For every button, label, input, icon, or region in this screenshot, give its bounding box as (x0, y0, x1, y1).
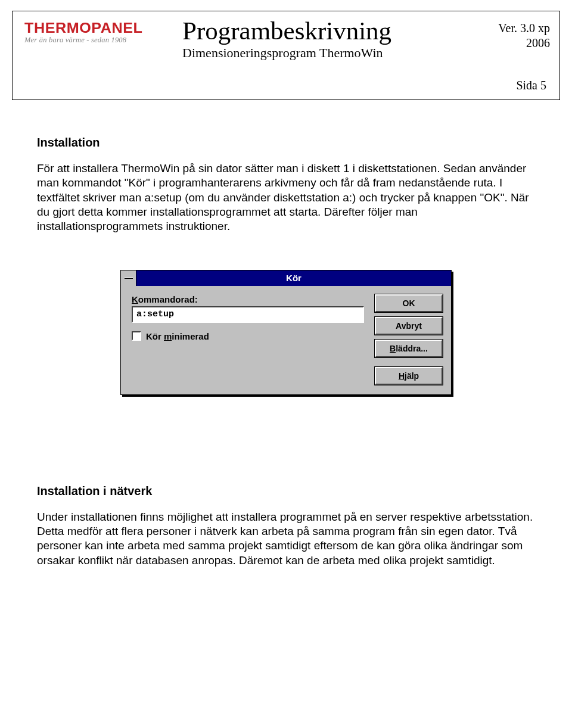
version-year: 2006 (484, 36, 550, 51)
document-page: THERMOPANEL Mer än bara värme - sedan 19… (0, 0, 572, 603)
title-block: Programbeskrivning Dimensioneringsprogra… (182, 17, 472, 61)
page-title: Programbeskrivning (182, 17, 472, 44)
dialog-left-column: Kommandorad: a:setup Kör minimerad (132, 294, 364, 341)
dialog-screenshot: Kör Kommandorad: a:setup Kör minimerad O… (120, 270, 536, 395)
minimize-checkbox-row[interactable]: Kör minimerad (132, 331, 364, 341)
version-block: Ver. 3.0 xp 2006 (484, 17, 550, 51)
system-menu-icon[interactable] (121, 270, 136, 286)
page-subtitle: Dimensioneringsprogram ThermoWin (182, 45, 472, 61)
dialog-title: Kör (136, 270, 451, 286)
command-input[interactable]: a:setup (132, 306, 364, 323)
page-number: Sida 5 (24, 79, 550, 92)
sysmenu-line-icon (125, 277, 133, 279)
browse-button[interactable]: Bläddra... (375, 340, 443, 357)
cancel-button[interactable]: Avbryt (375, 317, 443, 335)
logo-text: THERMOPANEL (24, 20, 178, 36)
checkbox-icon[interactable] (132, 331, 141, 341)
version-line: Ver. 3.0 xp (484, 21, 550, 36)
dialog-titlebar: Kör (121, 270, 451, 286)
dialog-body: Kommandorad: a:setup Kör minimerad OK Av… (121, 286, 451, 394)
dialog-button-column: OK Avbryt Bläddra... Hjälp (375, 294, 443, 385)
section-heading-installation: Installation (37, 136, 536, 150)
section-heading-network: Installation i nätverk (37, 484, 536, 498)
logo-tagline: Mer än bara värme - sedan 1908 (24, 36, 170, 45)
section-body-installation: För att installera ThermoWin på sin dato… (37, 161, 536, 234)
ok-button[interactable]: OK (375, 294, 443, 312)
header-box: THERMOPANEL Mer än bara värme - sedan 19… (12, 11, 560, 100)
minimize-label: Kör minimerad (146, 331, 209, 341)
logo-block: THERMOPANEL Mer än bara värme - sedan 19… (24, 17, 170, 45)
content-area: Installation För att installera ThermoWi… (12, 136, 560, 568)
header-inner: THERMOPANEL Mer än bara värme - sedan 19… (24, 17, 550, 61)
command-label: Kommandorad: (132, 294, 364, 304)
section-body-network: Under installationen finns möjlighet att… (37, 510, 536, 568)
help-button[interactable]: Hjälp (375, 367, 443, 385)
run-dialog: Kör Kommandorad: a:setup Kör minimerad O… (120, 270, 452, 395)
